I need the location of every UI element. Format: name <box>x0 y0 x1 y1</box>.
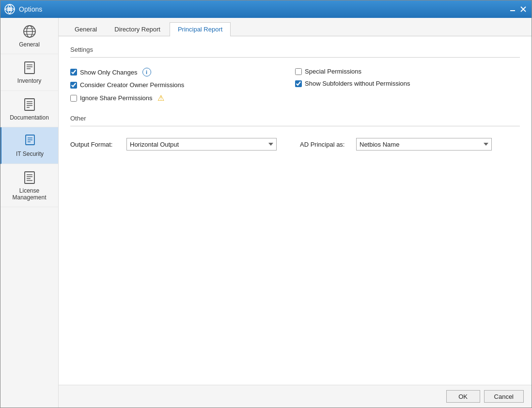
globe-icon <box>22 24 37 39</box>
sidebar-documentation-label: Documentation <box>10 114 49 121</box>
svg-rect-2 <box>510 10 515 11</box>
info-icon[interactable]: i <box>142 68 151 76</box>
bottom-bar: OK Cancel <box>59 385 532 408</box>
sidebar: General Inventory D <box>0 18 59 408</box>
tab-principal-report[interactable]: Principal Report <box>170 22 231 36</box>
svg-rect-12 <box>25 99 34 110</box>
other-divider <box>70 126 520 126</box>
ad-principal-dropdown[interactable]: Netbios Name UPN Display Name <box>356 138 492 151</box>
window-controls <box>508 5 528 14</box>
output-format-row: Output Format: Horizontal Output Vertica… <box>70 134 520 154</box>
other-section: Other Output Format: Horizontal Output V… <box>70 115 520 154</box>
main-panel: General Directory Report Principal Repor… <box>59 18 532 408</box>
cancel-button[interactable]: Cancel <box>484 390 524 403</box>
tab-general[interactable]: General <box>66 22 105 36</box>
ok-button[interactable]: OK <box>446 390 480 403</box>
output-format-label: Output Format: <box>70 141 119 148</box>
app-logo <box>4 4 15 15</box>
settings-section: Settings Show Only Changes i <box>70 46 520 105</box>
consider-creator-label: Consider Creator Owner Permissions <box>80 81 184 89</box>
license-icon <box>22 170 37 185</box>
settings-title: Settings <box>70 46 520 53</box>
sidebar-item-inventory[interactable]: Inventory <box>0 54 58 91</box>
it-security-icon <box>22 133 38 149</box>
other-title: Other <box>70 115 520 122</box>
show-subfolders-checkbox[interactable] <box>295 80 302 87</box>
consider-creator-checkbox[interactable] <box>70 82 77 89</box>
settings-right-col: Special Permissions Show Subfolders with… <box>295 65 520 105</box>
consider-creator-row: Consider Creator Owner Permissions <box>70 79 295 91</box>
main-window: Options General <box>0 0 532 408</box>
settings-left-col: Show Only Changes i Consider Creator Own… <box>70 65 295 105</box>
special-permissions-checkbox[interactable] <box>295 68 302 75</box>
special-permissions-row: Special Permissions <box>295 65 520 77</box>
sidebar-inventory-label: Inventory <box>17 77 41 84</box>
show-only-changes-label: Show Only Changes <box>80 69 138 76</box>
output-format-dropdown[interactable]: Horizontal Output Vertical Output <box>126 138 277 151</box>
panel-content: Settings Show Only Changes i <box>59 36 532 385</box>
sidebar-item-documentation[interactable]: Documentation <box>0 91 58 127</box>
settings-checkboxes: Show Only Changes i Consider Creator Own… <box>70 65 520 105</box>
sidebar-item-general[interactable]: General <box>0 18 58 54</box>
sidebar-item-it-security[interactable]: IT Security <box>0 127 58 164</box>
ignore-share-label: Ignore Share Permissions <box>80 94 153 102</box>
documentation-icon <box>22 97 37 112</box>
sidebar-general-label: General <box>19 41 40 48</box>
tab-directory-report[interactable]: Directory Report <box>106 22 169 36</box>
close-button[interactable] <box>519 5 528 14</box>
window-title: Options <box>19 5 508 13</box>
show-only-changes-row: Show Only Changes i <box>70 65 295 79</box>
show-only-changes-checkbox[interactable] <box>70 69 77 76</box>
content-area: General Inventory D <box>0 18 532 408</box>
tabs-bar: General Directory Report Principal Repor… <box>59 18 532 36</box>
svg-rect-8 <box>25 62 34 74</box>
sidebar-it-security-label: IT Security <box>16 151 44 157</box>
ignore-share-checkbox[interactable] <box>70 95 77 102</box>
ignore-share-row: Ignore Share Permissions ⚠ <box>70 91 295 105</box>
settings-divider <box>70 57 520 58</box>
sidebar-license-label: License Management <box>4 187 54 201</box>
title-bar: Options <box>0 0 532 18</box>
show-subfolders-row: Show Subfolders without Permissions <box>295 77 520 90</box>
sidebar-item-license-management[interactable]: License Management <box>0 164 58 208</box>
special-permissions-label: Special Permissions <box>305 68 361 75</box>
minimize-button[interactable] <box>508 5 517 14</box>
warning-icon: ⚠ <box>157 93 164 103</box>
show-subfolders-label: Show Subfolders without Permissions <box>305 80 410 87</box>
inventory-icon <box>22 60 37 76</box>
svg-rect-21 <box>25 172 34 183</box>
ad-principal-label: AD Principal as: <box>300 141 348 148</box>
